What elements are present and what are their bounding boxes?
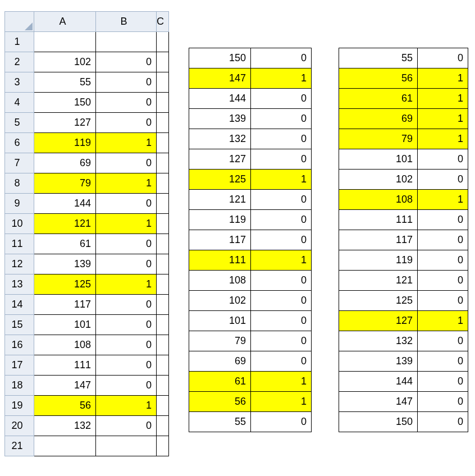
cell[interactable]: 0 [251, 331, 312, 351]
cell[interactable]: 79 [189, 331, 251, 351]
cell[interactable] [34, 32, 96, 52]
cell[interactable]: 0 [96, 194, 157, 214]
cell[interactable]: 0 [418, 210, 468, 230]
cell[interactable]: 0 [251, 351, 312, 372]
cell[interactable]: 147 [34, 376, 96, 396]
cell[interactable]: 1 [251, 68, 312, 89]
cell[interactable]: 108 [339, 190, 418, 210]
cell[interactable] [157, 335, 169, 355]
cell[interactable]: 111 [34, 355, 96, 376]
cell[interactable]: 55 [189, 412, 251, 432]
cell[interactable]: 0 [251, 129, 312, 149]
cell[interactable] [157, 153, 169, 173]
cell[interactable]: 132 [339, 331, 418, 351]
cell[interactable]: 1 [418, 190, 468, 210]
cell[interactable]: 56 [339, 68, 418, 89]
cell[interactable] [157, 254, 169, 274]
cell[interactable]: 0 [418, 230, 468, 250]
cell[interactable] [157, 113, 169, 133]
row-header[interactable]: 16 [5, 335, 34, 355]
cell[interactable]: 1 [251, 372, 312, 392]
cell[interactable] [157, 436, 169, 456]
cell[interactable] [157, 315, 169, 335]
cell[interactable]: 61 [189, 372, 251, 392]
cell[interactable] [157, 234, 169, 254]
cell[interactable] [96, 32, 157, 52]
cell[interactable]: 0 [251, 210, 312, 230]
spreadsheet-table-2[interactable]: 1500147114401390132012701251121011901170… [189, 48, 312, 432]
cell[interactable]: 0 [96, 153, 157, 173]
cell[interactable]: 0 [251, 230, 312, 250]
cell[interactable]: 119 [34, 133, 96, 153]
cell[interactable]: 0 [96, 376, 157, 396]
cell[interactable]: 0 [251, 89, 312, 109]
cell[interactable]: 0 [418, 149, 468, 170]
cell[interactable]: 61 [339, 89, 418, 109]
cell[interactable]: 1 [96, 133, 157, 153]
cell[interactable]: 144 [34, 194, 96, 214]
row-header[interactable]: 8 [5, 173, 34, 194]
cell[interactable]: 0 [96, 72, 157, 93]
cell[interactable]: 121 [34, 214, 96, 234]
cell[interactable]: 55 [339, 48, 418, 68]
spreadsheet-table-1[interactable]: A B C 1210203550415005127061191769087919… [4, 11, 169, 456]
cell[interactable] [157, 295, 169, 315]
cell[interactable]: 1 [418, 68, 468, 89]
cell[interactable]: 147 [339, 392, 418, 412]
cell[interactable]: 117 [189, 230, 251, 250]
row-header[interactable]: 3 [5, 72, 34, 93]
cell[interactable] [157, 72, 169, 93]
cell[interactable]: 69 [339, 109, 418, 129]
cell[interactable]: 1 [418, 311, 468, 331]
cell[interactable]: 101 [34, 315, 96, 335]
cell[interactable]: 125 [34, 274, 96, 295]
row-header[interactable]: 11 [5, 234, 34, 254]
cell[interactable]: 0 [251, 311, 312, 331]
cell[interactable]: 1 [251, 170, 312, 190]
cell[interactable]: 132 [189, 129, 251, 149]
cell[interactable]: 0 [418, 271, 468, 291]
cell[interactable]: 102 [339, 170, 418, 190]
cell[interactable]: 0 [251, 109, 312, 129]
cell[interactable]: 150 [339, 412, 418, 432]
cell[interactable]: 150 [34, 93, 96, 113]
cell[interactable]: 0 [96, 315, 157, 335]
cell[interactable]: 0 [96, 335, 157, 355]
cell[interactable] [157, 93, 169, 113]
row-header[interactable]: 18 [5, 376, 34, 396]
cell[interactable]: 127 [34, 113, 96, 133]
cell[interactable]: 119 [339, 250, 418, 271]
cell[interactable]: 1 [418, 129, 468, 149]
cell[interactable]: 108 [34, 335, 96, 355]
cell[interactable]: 1 [418, 109, 468, 129]
cell[interactable]: 121 [189, 190, 251, 210]
cell[interactable]: 1 [96, 274, 157, 295]
cell[interactable]: 56 [34, 396, 96, 416]
cell[interactable]: 127 [339, 311, 418, 331]
row-header[interactable]: 5 [5, 113, 34, 133]
cell[interactable]: 69 [34, 153, 96, 173]
cell[interactable] [157, 396, 169, 416]
cell[interactable]: 0 [251, 271, 312, 291]
cell[interactable]: 0 [96, 52, 157, 72]
cell[interactable]: 1 [251, 392, 312, 412]
cell[interactable] [157, 416, 169, 436]
cell[interactable]: 117 [339, 230, 418, 250]
cell[interactable]: 111 [189, 250, 251, 271]
cell[interactable] [157, 355, 169, 376]
cell[interactable] [157, 194, 169, 214]
cell[interactable]: 0 [418, 250, 468, 271]
cell[interactable]: 150 [189, 48, 251, 68]
cell[interactable]: 132 [34, 416, 96, 436]
cell[interactable]: 0 [418, 331, 468, 351]
cell[interactable] [34, 436, 96, 456]
row-header[interactable]: 21 [5, 436, 34, 456]
row-header[interactable]: 7 [5, 153, 34, 173]
cell[interactable]: 139 [339, 351, 418, 372]
row-header[interactable]: 19 [5, 396, 34, 416]
row-header[interactable]: 17 [5, 355, 34, 376]
row-header[interactable]: 20 [5, 416, 34, 436]
cell[interactable]: 0 [96, 113, 157, 133]
cell[interactable]: 121 [339, 271, 418, 291]
col-header-a[interactable]: A [34, 12, 96, 32]
